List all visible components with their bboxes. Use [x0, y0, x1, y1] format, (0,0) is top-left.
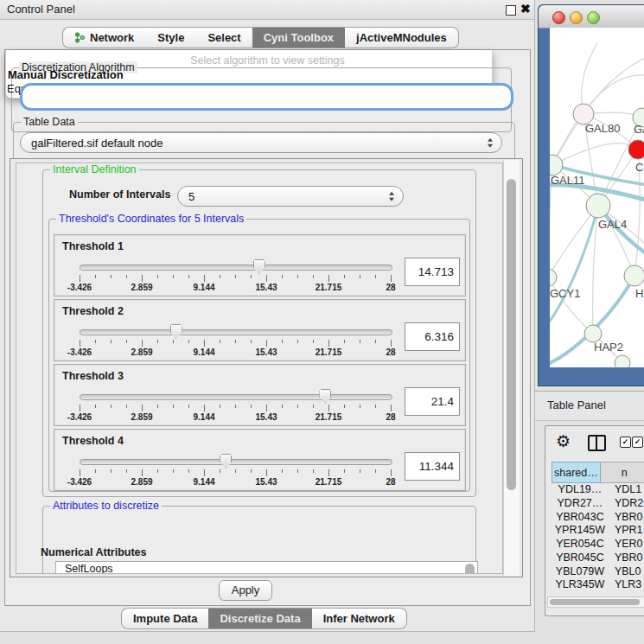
slider-track[interactable] — [80, 394, 392, 400]
horizontal-scrollbar[interactable] — [547, 596, 644, 608]
graph-node[interactable] — [550, 269, 557, 286]
cell-shared-name[interactable]: YDR27… — [552, 497, 609, 511]
table-row[interactable]: YLR345W YLR3 — [552, 578, 644, 592]
tab-network[interactable]: Network — [63, 28, 145, 48]
scrollbar-thumb[interactable] — [550, 599, 640, 605]
threshold-1-slider[interactable]: -3.4262.8599.14415.4321.71528 — [80, 235, 391, 296]
cell-shared-name[interactable]: YIL052C — [552, 592, 609, 593]
graph-node-label: H — [635, 287, 643, 300]
graph-node[interactable] — [584, 325, 602, 342]
gear-icon[interactable]: ⚙ — [556, 433, 571, 450]
tab-style[interactable]: Style — [146, 28, 195, 48]
checkbox-icon[interactable]: ✓ — [632, 437, 643, 448]
table-row[interactable]: YDR27… YDR2 — [552, 497, 644, 511]
cell-shared-name[interactable]: YBR043C — [552, 511, 609, 525]
list-scrollbar-thumb[interactable] — [465, 564, 475, 574]
table-row[interactable]: YBR043C YBR0 — [552, 511, 644, 525]
table-row[interactable]: YBL079W YBL0 — [552, 565, 644, 579]
checkbox-icon[interactable]: ✓ — [620, 437, 631, 448]
graph-node[interactable] — [615, 355, 630, 367]
slider-tick-labels: -3.4262.8599.14415.4321.71528 — [80, 477, 391, 488]
list-item[interactable]: SelfLoops — [56, 562, 477, 574]
graph-node-label: GAL4 — [598, 218, 627, 231]
mac-minimize-button[interactable] — [570, 11, 583, 24]
threshold-4-slider[interactable]: -3.4262.8599.14415.4321.71528 — [80, 430, 391, 490]
split-columns-icon[interactable] — [588, 435, 606, 451]
graph-edge[interactable] — [550, 277, 593, 334]
table-data-combobox[interactable]: galFiltered.sif default node — [20, 132, 502, 153]
cell-shared-name[interactable]: YER054C — [552, 538, 609, 552]
tab-discretize-data-selected[interactable]: Discretize Data — [208, 609, 311, 628]
column-header-shared-name[interactable]: shared… — [552, 462, 601, 483]
slider-handle[interactable] — [253, 259, 265, 274]
table-row[interactable]: YBR045C YBR0 — [552, 552, 644, 565]
settings-viewport: Interval Definition Number of Intervals … — [16, 163, 503, 574]
scrollbar-thumb[interactable] — [507, 179, 516, 490]
slider-track[interactable] — [80, 265, 392, 271]
cell-name[interactable]: YDR2 — [609, 497, 644, 511]
table-row[interactable]: YPR145W YPR1 — [552, 524, 644, 538]
tab-jactivemnodules[interactable]: jActiveMNodules — [345, 28, 458, 48]
cell-shared-name[interactable]: YBR045C — [552, 552, 609, 565]
tab-infer-network[interactable]: Infer Network — [312, 609, 406, 628]
table-row[interactable]: YIL052C YIL0 — [552, 592, 644, 593]
cell-name[interactable]: YER0 — [609, 538, 644, 552]
cell-shared-name[interactable]: YPR145W — [552, 524, 609, 538]
mac-close-button[interactable] — [552, 11, 565, 24]
mac-zoom-button[interactable] — [587, 11, 600, 24]
numerical-attributes-list[interactable]: SelfLoops TopologicalCoefficient Between… — [55, 561, 478, 574]
cell-name[interactable]: YDL1 — [609, 483, 644, 497]
graph-edge[interactable] — [550, 206, 598, 277]
cell-name[interactable]: YLR3 — [609, 578, 644, 592]
cell-name[interactable]: YBR0 — [609, 511, 644, 525]
slider-handle[interactable] — [319, 389, 331, 404]
cell-shared-name[interactable]: YBL079W — [552, 565, 609, 579]
table-row[interactable]: YER054C YER0 — [552, 538, 644, 552]
graph-node[interactable] — [624, 265, 644, 286]
settings-scrollpane: Interval Definition Number of Intervals … — [10, 158, 523, 577]
threshold-value-field[interactable]: 6.316 — [405, 322, 460, 351]
network-window-titlebar[interactable] — [539, 5, 644, 29]
group-label: Table Data — [21, 116, 78, 128]
cell-name[interactable]: YBL0 — [609, 565, 644, 579]
slider-track[interactable] — [80, 329, 392, 335]
slider-ticks — [80, 340, 391, 348]
cell-shared-name[interactable]: YDL19… — [552, 483, 609, 497]
slider-handle[interactable] — [170, 324, 182, 339]
slider-ticks — [80, 405, 391, 412]
algorithm-combobox-focused[interactable] — [20, 83, 513, 111]
combobox-value: 5 — [188, 190, 194, 203]
table-row[interactable]: YDL19… YDL1 — [552, 483, 644, 497]
threshold-value-field[interactable]: 11.344 — [405, 452, 460, 481]
number-of-intervals-combobox[interactable]: 5 — [177, 186, 404, 207]
threshold-value-field[interactable]: 14.713 — [405, 258, 460, 286]
threshold-value-field[interactable]: 21.4 — [405, 387, 460, 416]
tab-select[interactable]: Select — [196, 28, 252, 48]
cell-shared-name[interactable]: YLR345W — [552, 578, 609, 592]
cell-name[interactable]: YPR1 — [609, 524, 644, 538]
table-header-row: shared… n — [552, 462, 644, 483]
control-panel-titlebar: Control Panel ✖ — [0, 0, 534, 20]
vertical-scrollbar[interactable] — [503, 160, 520, 576]
number-of-intervals-label: Number of Intervals — [69, 188, 170, 201]
apply-button[interactable]: Apply — [219, 580, 272, 601]
slider-track[interactable] — [80, 459, 392, 465]
numerical-attributes-label: Numerical Attributes — [41, 546, 146, 558]
graph-edge[interactable] — [583, 58, 644, 114]
tab-cyni-toolbox-selected[interactable]: Cyni Toolbox — [252, 28, 345, 48]
cell-name[interactable]: YBR0 — [609, 552, 644, 565]
threshold-3-slider[interactable]: -3.4262.8599.14415.4321.71528 — [80, 365, 391, 425]
column-header-name[interactable]: n — [601, 462, 644, 483]
float-window-icon[interactable] — [506, 5, 516, 16]
tab-impute-data[interactable]: Impute Data — [122, 609, 208, 628]
slider-handle[interactable] — [220, 454, 232, 469]
graph-node-highlighted[interactable] — [628, 140, 644, 159]
threshold-2-slider[interactable]: -3.4262.8599.14415.4321.71528 — [80, 300, 391, 360]
close-icon[interactable]: ✖ — [520, 2, 531, 16]
dropdown-option-manual[interactable]: Manual Discretization — [8, 68, 124, 81]
network-canvas[interactable]: GAL80GACGAL11GAL4GCY1HHAP2 — [550, 28, 644, 367]
graph-node[interactable] — [586, 194, 610, 218]
cell-name[interactable]: YIL0 — [609, 592, 644, 593]
graph-edge[interactable] — [552, 143, 638, 165]
graph-edge-weighted[interactable] — [550, 206, 598, 326]
